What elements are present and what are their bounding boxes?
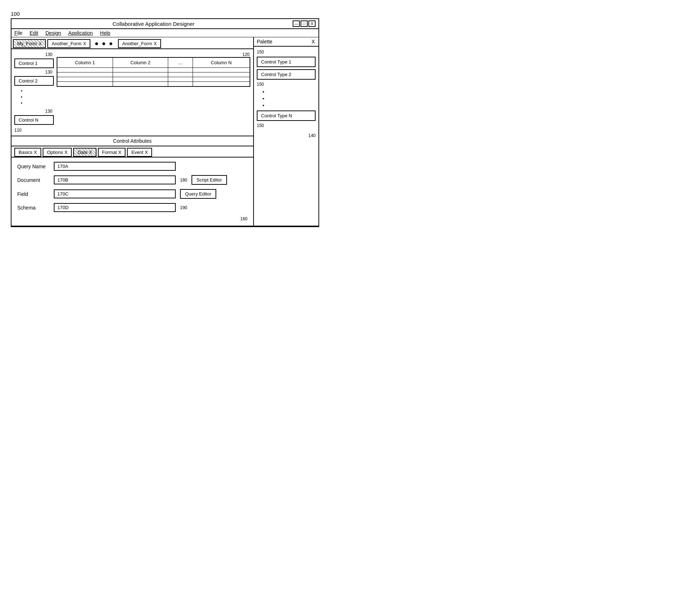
control-1-number: 130: [14, 52, 54, 57]
data-grid: Column 1 Column 2 ... Column N: [57, 57, 250, 87]
col-header-n: Column N: [193, 57, 250, 68]
query-name-input[interactable]: [54, 162, 176, 171]
palette-control-type-n[interactable]: Control Type N: [257, 110, 316, 121]
schema-row: Schema 190: [17, 203, 247, 212]
palette-panel: Palette X 150 Control Type 1 Control Typ…: [254, 37, 318, 226]
query-editor-button[interactable]: Query Editor: [180, 189, 216, 199]
grid-cell-3-2: [113, 77, 168, 82]
attr-body: Query Name Document 180 Script Editor Fi…: [11, 157, 253, 226]
menu-file[interactable]: File: [14, 30, 23, 36]
close-button[interactable]: X: [308, 20, 316, 27]
minimize-button[interactable]: —: [293, 20, 300, 27]
attr-tab-basics[interactable]: Basics X: [14, 148, 41, 157]
window-controls: — □ X: [293, 20, 316, 27]
schema-label: Schema: [17, 205, 49, 211]
control-2[interactable]: Control 2: [14, 76, 54, 86]
palette-title: Palette: [254, 37, 275, 46]
form-tab-bar: My_Form X Another_Form X ● ● ● Another_F…: [11, 37, 253, 49]
grid-cell-2-4: [193, 72, 250, 77]
grid-row-3: [57, 77, 250, 82]
attr-tab-date-close[interactable]: X: [89, 150, 92, 155]
tab-overflow-dots[interactable]: ● ● ●: [92, 39, 117, 48]
grid-row-2: [57, 72, 250, 77]
grid-cell-1-1: [57, 68, 113, 72]
field-label: Field: [17, 191, 49, 197]
dot-3: [21, 101, 22, 106]
grid-120-label: 120: [57, 52, 250, 57]
tab-another-form-2[interactable]: Another_Form X: [118, 39, 161, 48]
menu-design[interactable]: Design: [46, 30, 61, 36]
palette-num-150c: 150: [257, 123, 316, 128]
attr-tab-event[interactable]: Event X: [127, 148, 152, 157]
app-title: Collaborative Application Designer: [14, 21, 293, 27]
palette-dot-3: •: [263, 103, 316, 108]
attr-tab-options-close[interactable]: X: [65, 150, 68, 155]
grid-cell-1-2: [113, 68, 168, 72]
grid-cell-2-1: [57, 72, 113, 77]
control-n-number: 130: [14, 109, 54, 114]
document-row: Document 180 Script Editor: [17, 175, 247, 185]
menu-bar: File Edit Design Application Help: [11, 29, 318, 37]
palette-body: 150 Control Type 1 Control Type 2 150 • …: [254, 47, 318, 141]
palette-header: Palette X: [254, 37, 318, 47]
document-label: Document: [17, 177, 49, 183]
attr-tab-format-close[interactable]: X: [118, 150, 122, 155]
design-area: My_Form X Another_Form X ● ● ● Another_F…: [11, 37, 254, 226]
dot-2: [21, 95, 22, 100]
tab-another-form-1[interactable]: Another_Form X: [47, 39, 90, 48]
attr-tab-options-label: Options: [47, 150, 63, 155]
palette-dot-2: •: [263, 96, 316, 102]
menu-application[interactable]: Application: [68, 30, 93, 36]
field-input[interactable]: [54, 189, 176, 198]
attr-tab-options[interactable]: Options X: [43, 148, 72, 157]
tab-another-form-2-close[interactable]: X: [154, 41, 157, 46]
grid-cell-3-1: [57, 77, 113, 82]
tab-my-form[interactable]: My_Form X: [13, 39, 46, 48]
number-160-label: 160: [17, 216, 247, 221]
grid-cell-1-4: [193, 68, 250, 72]
main-content: My_Form X Another_Form X ● ● ● Another_F…: [11, 37, 318, 226]
tab-my-form-close[interactable]: X: [39, 41, 42, 46]
grid-cell-3-3: [168, 77, 193, 82]
menu-edit[interactable]: Edit: [30, 30, 38, 36]
tab-another-form-2-label: Another_Form: [122, 41, 152, 46]
grid-cell-2-2: [113, 72, 168, 77]
title-bar: Collaborative Application Designer — □ X: [11, 19, 318, 29]
col-header-1: Column 1: [57, 57, 113, 68]
grid-cell-4-3: [168, 82, 193, 87]
palette-control-type-2[interactable]: Control Type 2: [257, 69, 316, 80]
attr-tab-date[interactable]: Date X: [73, 148, 96, 157]
palette-control-type-1[interactable]: Control Type 1: [257, 57, 316, 67]
script-editor-button[interactable]: Script Editor: [192, 175, 227, 185]
attr-tab-basics-label: Basics: [19, 150, 32, 155]
palette-dots: • • •: [257, 89, 316, 108]
grid-row-4: [57, 82, 250, 87]
number-180-label: 180: [180, 178, 187, 183]
attr-panel-title: Control Attributes: [11, 136, 253, 146]
number-190-label: 190: [180, 205, 187, 210]
control-n[interactable]: Control N: [14, 115, 54, 125]
grid-cell-4-4: [193, 82, 250, 87]
grid-cell-3-4: [193, 77, 250, 82]
attr-tab-date-label: Date: [77, 150, 87, 155]
document-input[interactable]: [54, 175, 176, 184]
form-body: 130 Control 1 130 Control 2 130 Control …: [11, 49, 253, 136]
grid-cell-1-3: [168, 68, 193, 72]
palette-num-150b: 150: [257, 82, 316, 87]
grid-cell-4-2: [113, 82, 168, 87]
col-header-2: Column 2: [113, 57, 168, 68]
maximize-button[interactable]: □: [301, 20, 308, 27]
app-window: Collaborative Application Designer — □ X…: [11, 18, 319, 227]
attr-tab-basics-close[interactable]: X: [34, 150, 37, 155]
attr-tab-event-close[interactable]: X: [145, 150, 148, 155]
menu-help[interactable]: Help: [100, 30, 110, 36]
col-header-dots: ...: [168, 57, 193, 68]
palette-close-button[interactable]: X: [308, 37, 318, 46]
palette-dot-1: •: [263, 89, 316, 95]
control-1[interactable]: Control 1: [14, 58, 54, 68]
schema-input[interactable]: [54, 203, 176, 212]
query-name-row: Query Name: [17, 162, 247, 171]
dot-1: [21, 89, 22, 94]
tab-another-form-1-close[interactable]: X: [83, 41, 86, 46]
attr-tab-format[interactable]: Format X: [98, 148, 126, 157]
